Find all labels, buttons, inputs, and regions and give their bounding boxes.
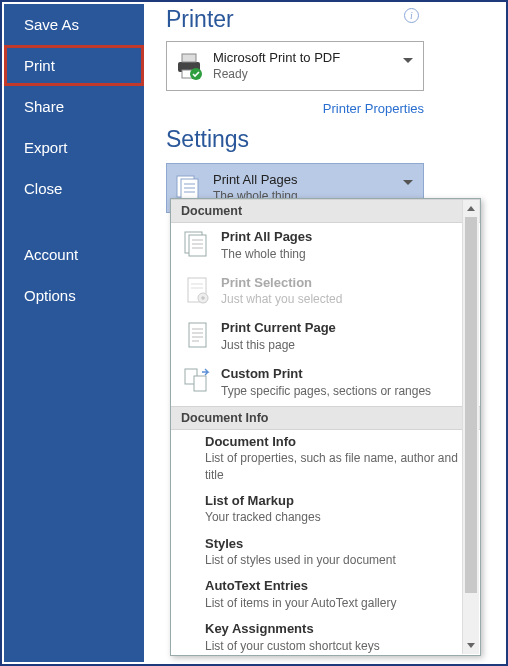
option-subtitle: Type specific pages, sections or ranges	[221, 383, 431, 399]
printer-status: Ready	[213, 67, 340, 83]
printer-properties-link[interactable]: Printer Properties	[166, 101, 424, 116]
printer-selector[interactable]: Microsoft Print to PDF Ready	[166, 41, 424, 91]
option-subtitle: List of your custom shortcut keys	[205, 638, 470, 654]
option-title: Custom Print	[221, 365, 431, 383]
option-subtitle: Just what you selected	[221, 291, 342, 307]
option-title: Print Selection	[221, 274, 342, 292]
dropdown-option-list-of-markup[interactable]: List of Markup Your tracked changes	[171, 489, 480, 532]
sidebar-item-close[interactable]: Close	[4, 168, 144, 209]
dropdown-option-print-current-page[interactable]: Print Current Page Just this page	[171, 314, 480, 360]
option-subtitle: Just this page	[221, 337, 336, 353]
dropdown-option-custom-print[interactable]: Custom Print Type specific pages, sectio…	[171, 360, 480, 406]
pages-stack-icon	[181, 228, 213, 260]
option-subtitle: List of items in your AutoText gallery	[205, 595, 470, 611]
scroll-up-button[interactable]	[463, 200, 479, 217]
option-subtitle: Your tracked changes	[205, 509, 470, 525]
svg-rect-1	[182, 54, 196, 62]
sidebar-item-share[interactable]: Share	[4, 86, 144, 127]
info-icon[interactable]: i	[404, 8, 419, 23]
chevron-down-icon	[403, 180, 413, 186]
sidebar-item-account[interactable]: Account	[4, 234, 144, 275]
printer-icon	[173, 50, 205, 82]
scrollbar-thumb[interactable]	[465, 217, 477, 593]
single-page-icon	[181, 319, 213, 351]
sidebar-item-save-as[interactable]: Save As	[4, 4, 144, 45]
dropdown-option-key-assignments[interactable]: Key Assignments List of your custom shor…	[171, 617, 480, 655]
printer-name: Microsoft Print to PDF	[213, 50, 340, 67]
dropdown-group-document: Document	[171, 199, 480, 223]
print-what-dropdown: Document Print All Pages The whole thing	[170, 198, 481, 656]
option-title: Key Assignments	[205, 620, 470, 638]
backstage-sidebar: Save As Print Share Export Close Account…	[4, 4, 144, 662]
chevron-down-icon	[403, 58, 413, 64]
settings-section-title: Settings	[166, 126, 504, 153]
option-title: AutoText Entries	[205, 577, 470, 595]
print-what-title: Print All Pages	[213, 172, 298, 189]
dropdown-option-autotext-entries[interactable]: AutoText Entries List of items in your A…	[171, 574, 480, 617]
sidebar-item-print[interactable]: Print	[4, 45, 144, 86]
option-subtitle: List of styles used in your document	[205, 552, 470, 568]
dropdown-option-print-selection: Print Selection Just what you selected	[171, 269, 480, 315]
option-title: Document Info	[205, 433, 470, 451]
dropdown-option-print-all-pages[interactable]: Print All Pages The whole thing	[171, 223, 480, 269]
option-title: Print Current Page	[221, 319, 336, 337]
selection-page-icon	[181, 274, 213, 306]
option-subtitle: List of properties, such as file name, a…	[205, 450, 470, 482]
sidebar-item-options[interactable]: Options	[4, 275, 144, 316]
dropdown-option-styles[interactable]: Styles List of styles used in your docum…	[171, 532, 480, 575]
option-subtitle: The whole thing	[221, 246, 312, 262]
sidebar-item-export[interactable]: Export	[4, 127, 144, 168]
dropdown-scrollbar[interactable]	[462, 200, 479, 654]
dropdown-option-document-info[interactable]: Document Info List of properties, such a…	[171, 430, 480, 489]
option-title: Print All Pages	[221, 228, 312, 246]
svg-rect-26	[194, 376, 206, 391]
option-title: Styles	[205, 535, 470, 553]
dropdown-group-document-info: Document Info	[171, 406, 480, 430]
printer-section-title: Printer	[166, 6, 504, 33]
scroll-down-button[interactable]	[463, 637, 479, 654]
option-title: List of Markup	[205, 492, 470, 510]
backstage-print-view: Save As Print Share Export Close Account…	[0, 0, 508, 666]
svg-rect-10	[189, 235, 206, 256]
svg-rect-5	[181, 179, 198, 200]
custom-pages-icon	[181, 365, 213, 397]
svg-rect-20	[189, 323, 206, 347]
